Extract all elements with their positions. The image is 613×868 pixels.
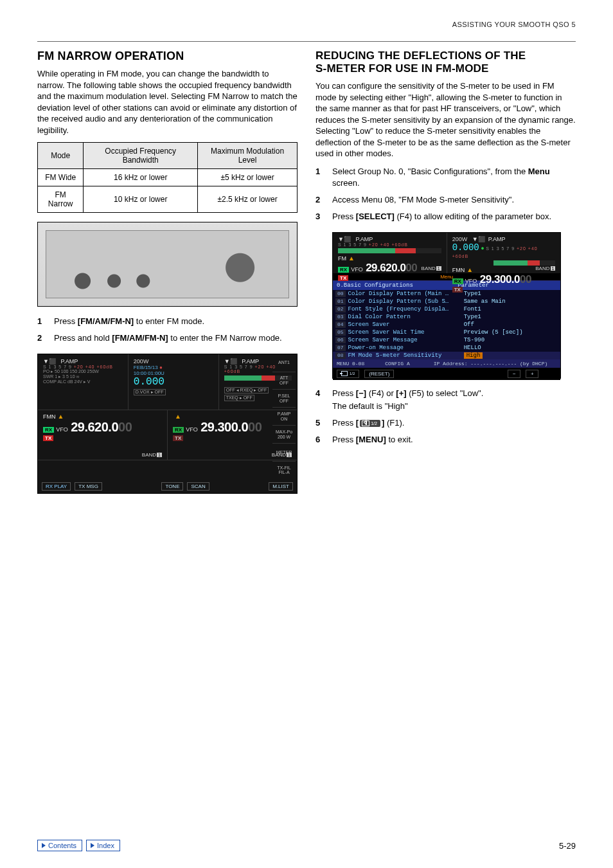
step-text: to exit. — [386, 435, 413, 444]
menu-screenshot: ▼⬛ P.AMP S 1 3 5 7 9 +20 +40 +60dB FM▲ R… — [332, 232, 561, 379]
right-steps-4-6: Press [−] (F4) or [+] (F5) to select "Lo… — [315, 388, 576, 446]
page-number: 5-29 — [559, 841, 576, 851]
step-text: (F1). — [384, 418, 404, 428]
left-steps: Press [FM/AM/FM-N] to enter FM mode. Pre… — [37, 316, 298, 344]
radio-front-panel-image — [37, 222, 298, 307]
step-5: Press [1/2] (F1). — [315, 417, 576, 429]
th-modlevel: Maximum Modulation Level — [198, 143, 298, 169]
step-text: (F4) to allow editing of the parameter b… — [395, 212, 551, 221]
step-key: [FM/AM/FM-N] — [78, 316, 134, 326]
menu-softkeys: 1/2 (RESET) − + — [333, 368, 560, 380]
step-text: to enter the FM Narrow mode. — [168, 333, 282, 343]
th-mode: Mode — [38, 143, 84, 169]
left-column: FM NARROW OPERATION While operating in F… — [37, 42, 298, 503]
step-text: Press — [332, 388, 356, 398]
mode-table: Mode Occupied Frequency Bandwidth Maximu… — [37, 142, 298, 213]
step-sub: The default is "High" — [332, 401, 576, 412]
step-4: Press [−] (F4) or [+] (F5) to select "Lo… — [315, 388, 576, 412]
left-heading: FM NARROW OPERATION — [37, 50, 298, 63]
step-1: Select Group No. 0, "Basic Configuration… — [315, 166, 576, 189]
step-key: Menu — [528, 167, 550, 176]
step-key: [SELECT] — [356, 212, 395, 221]
step-key: [−] — [356, 388, 366, 398]
contents-button[interactable]: Contents — [37, 840, 82, 851]
step-text: Press — [332, 418, 356, 428]
step-text: (F5) to select "Low". — [407, 388, 484, 398]
th-bandwidth: Occupied Frequency Bandwidth — [84, 143, 198, 169]
lcd-screenshot: ▼⬛ P.AMP S 1 3 5 7 9 +20 +40 +60dB PO ▸ … — [37, 354, 298, 494]
index-button[interactable]: Index — [86, 840, 120, 851]
step-2: Access Menu 08, "FM Mode S-meter Sensiti… — [315, 194, 576, 206]
step-text: Select Group No. 0, "Basic Configuration… — [332, 167, 528, 176]
escape-icon — [341, 371, 348, 376]
lcd-main-freq: FMN▲ RXVFO 29.620.000 TX BAND1 — [38, 410, 167, 460]
cell: 10 kHz or lower — [84, 186, 198, 213]
lcd-sub-top: 200W FEB/15/13 ● 10:00 01:00U 0.000 D.VO… — [128, 354, 218, 410]
step-key: [MENU] — [356, 435, 386, 444]
step-text: Press — [54, 316, 78, 326]
triangle-icon — [91, 843, 94, 848]
step-1: Press [FM/AM/FM-N] to enter FM mode. — [37, 316, 298, 327]
escape-button-icon: 1/2 — [360, 420, 380, 428]
table-row: FM Narrow 10 kHz or lower ±2.5 kHz or lo… — [38, 186, 298, 213]
triangle-icon — [42, 843, 46, 848]
cell: ±2.5 kHz or lower — [198, 186, 298, 213]
cell: 16 kHz or lower — [84, 169, 198, 186]
step-text: Access Menu 08, "FM Mode S-meter Sensiti… — [332, 195, 514, 204]
lcd-side-labels: ANT1 ATTOFF P.SELOFF P.AMPON MAX-Po200 W… — [272, 354, 296, 479]
menu-list: 0.Basic ConfigurationsParameter 00Color … — [333, 280, 560, 368]
step-key: [FM/AM/FM-N] — [112, 333, 168, 343]
step-text: Press and hold — [54, 333, 112, 343]
right-intro: You can configure the sensitivity of the… — [315, 80, 576, 159]
left-intro: While operating in FM mode, you can chan… — [37, 68, 298, 136]
right-column: REDUCING THE DEFLECTIONS OF THES-METER F… — [315, 42, 576, 503]
running-head: ASSISTING YOUR SMOOTH QSO 5 — [37, 21, 576, 28]
cell: FM Wide — [38, 169, 84, 186]
lcd-softkeys: RX PLAY TX MSG TONE SCAN M.LIST — [38, 460, 297, 493]
cell: FM Narrow — [38, 186, 84, 213]
table-row: FM Wide 16 kHz or lower ±5 kHz or lower — [38, 169, 298, 186]
right-heading: REDUCING THE DEFLECTIONS OF THES-METER F… — [315, 50, 576, 75]
step-text: screen. — [332, 178, 360, 188]
cell: ±5 kHz or lower — [198, 169, 298, 186]
lcd-main-top: ▼⬛ P.AMP S 1 3 5 7 9 +20 +40 +60dB PO ▸ … — [38, 354, 128, 410]
page-footer: Contents Index 5-29 — [37, 840, 576, 851]
step-3: Press [SELECT] (F4) to allow editing of … — [315, 211, 576, 222]
step-text: to enter FM mode. — [134, 316, 204, 326]
step-key: [ — [356, 418, 359, 428]
step-text: (F4) or — [366, 388, 396, 398]
step-text: Press — [332, 212, 356, 221]
menu-top-main: ▼⬛ P.AMP S 1 3 5 7 9 +20 +40 +60dB FM▲ R… — [333, 233, 447, 273]
step-text: Press — [332, 435, 356, 444]
step-6: Press [MENU] to exit. — [315, 434, 576, 446]
step-key: [+] — [396, 388, 406, 398]
right-steps-1-3: Select Group No. 0, "Basic Configuration… — [315, 166, 576, 223]
menu-top-sub: 200W ▼⬛ P.AMP 0.000 ● S 1 3 5 7 9 +20 +4… — [447, 233, 561, 273]
step-2: Press and hold [FM/AM/FM-N] to enter the… — [37, 332, 298, 344]
